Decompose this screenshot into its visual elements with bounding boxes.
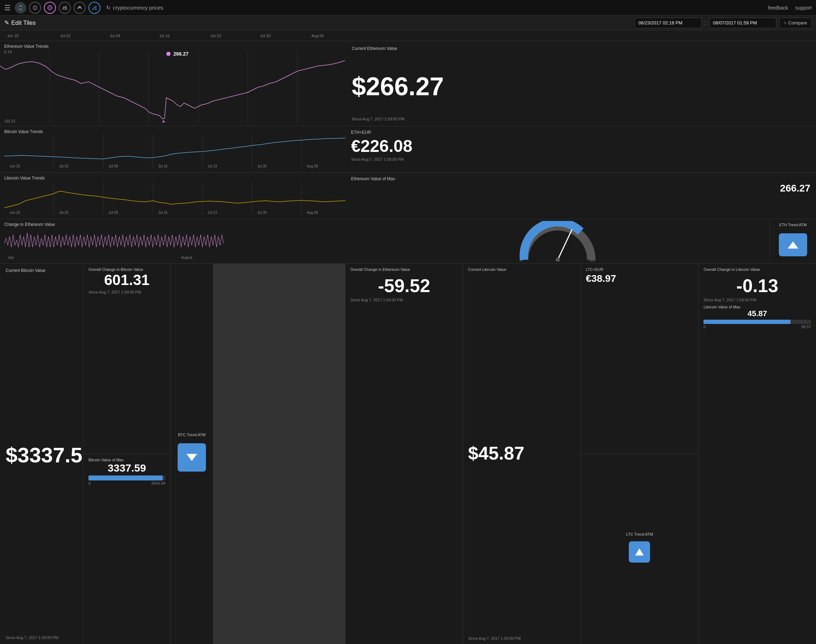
- eth-eur-title: ETH+EUR: [351, 130, 810, 135]
- ltc-bar-max: 56.57: [801, 325, 811, 329]
- btc-value-of-max-title: Bitcoin Value of Max: [89, 458, 165, 462]
- eth-value-of-max-tile: Ethereum Value of Max 266.27: [345, 173, 816, 219]
- svg-text:407: 407: [589, 259, 596, 262]
- current-eth-title: Current Ethereum Value: [352, 46, 810, 51]
- ltc-eur-title: LTC+EUR: [586, 267, 694, 271]
- time-axis: Jun 25 Jul 02 Jul 09 Jul 16 Jul 23 Jul 3…: [0, 31, 816, 41]
- ltc-trends-tile: Litecoin Value Trends Jun 25 Jul 02 Jul …: [0, 173, 354, 219]
- svg-text:Jun 25: Jun 25: [9, 164, 20, 168]
- pencil-icon: ✎: [4, 19, 9, 26]
- svg-text:July: July: [8, 256, 14, 259]
- nav-icon-3[interactable]: [59, 2, 71, 14]
- eth-trends-tile: Ethereum Value Trends 0.14 266.27: [0, 41, 354, 126]
- current-ltc-title: Current Litecoin Value: [468, 267, 576, 271]
- time-label-aug06: Aug 06: [311, 34, 324, 38]
- svg-point-6: [95, 9, 96, 10]
- svg-text:Jul 30: Jul 30: [257, 211, 267, 215]
- btc-trend-atm-title: BTC Trend ATM: [178, 432, 205, 437]
- ltc-progress-labels: 0 56.57: [703, 325, 811, 329]
- time-label-jul30: Jul 30: [260, 34, 270, 38]
- nav-title: cryptocurrency prices: [113, 5, 164, 11]
- btc-bar-min: 0: [89, 481, 90, 485]
- svg-marker-49: [187, 454, 197, 461]
- svg-point-4: [94, 7, 95, 9]
- nav-icon-2[interactable]: [44, 2, 56, 14]
- btc-value-of-max-tile: Bitcoin Value of Max 3337.59 0 3424.94: [84, 454, 170, 644]
- ltc-trends-title: Litecoin Value Trends: [4, 176, 349, 181]
- svg-text:Jul 02: Jul 02: [59, 211, 69, 215]
- svg-point-0: [20, 7, 21, 9]
- edit-tiles-button[interactable]: ✎ Edit Tiles: [4, 19, 36, 26]
- nav-icon-4[interactable]: [73, 2, 86, 14]
- btc-trends-title: Bitcoin Value Trends: [4, 129, 349, 134]
- ltc-trend-atm-tile: LTC Trend ATM: [581, 454, 698, 644]
- btc-value-of-max-value: 3337.59: [89, 462, 165, 474]
- svg-point-5: [95, 6, 96, 8]
- ltc-trend-button[interactable]: [629, 541, 650, 563]
- ltc-bar-min: 0: [703, 325, 706, 329]
- svg-text:Jul 09: Jul 09: [109, 164, 118, 168]
- svg-point-51: [556, 258, 560, 262]
- ltc-progress-fill: [703, 320, 790, 324]
- btc-bar-max: 3424.94: [151, 481, 165, 485]
- change-eth-svg: July August: [4, 228, 224, 259]
- compare-label: Compare: [788, 20, 807, 26]
- nav-icon-5[interactable]: [89, 2, 101, 14]
- svg-text:Jun 25: Jun 25: [9, 211, 20, 215]
- btc-trend-button[interactable]: [178, 443, 206, 472]
- date-from-input[interactable]: [634, 18, 702, 28]
- feedback-link[interactable]: feedback: [768, 5, 788, 11]
- time-label-jun25: Jun 25: [7, 34, 19, 38]
- svg-text:Jul 23: Jul 23: [208, 211, 217, 215]
- svg-text:Jul 02: Jul 02: [59, 164, 69, 168]
- current-ltc-since: Since Aug 7, 2017 1:59:00 PM: [468, 636, 576, 641]
- compare-circle-icon: ○: [784, 20, 787, 26]
- svg-point-3: [92, 9, 94, 10]
- eth-gauge-svg: 0 407: [517, 221, 599, 262]
- overall-change-ltc-title: Overall Change in Litecoin Value: [703, 267, 811, 271]
- time-label-jul16: Jul 16: [159, 34, 170, 38]
- eth-eur-tile: ETH+EUR €226.08 Since Aug 7, 2017 1:59:0…: [345, 126, 816, 172]
- support-link[interactable]: support: [795, 5, 812, 11]
- ltc-value-of-max-value: 45.87: [703, 309, 811, 318]
- current-btc-tile: Current Bitcoin Value $3337.59 Since Aug…: [0, 264, 83, 644]
- compare-button[interactable]: ○ Compare: [779, 18, 812, 28]
- btc-trend-atm-tile: BTC Trend ATM: [171, 264, 213, 644]
- overall-change-eth-value: -59.52: [350, 275, 458, 296]
- svg-text:Jul 16: Jul 16: [158, 211, 168, 215]
- ltc-trend-atm-title: LTC Trend ATM: [626, 532, 653, 537]
- svg-text:Aug 06: Aug 06: [307, 211, 318, 215]
- btc-progress-bar: [89, 475, 165, 480]
- eth-trend-button[interactable]: [779, 233, 807, 256]
- overall-change-btc-tile: Overall Change in Bitcoin Value 601.31 S…: [84, 264, 170, 454]
- current-btc-value: $3337.59: [6, 444, 78, 467]
- eth-eur-since: Since Aug 7, 2017 1:59:00 PM: [351, 157, 810, 161]
- eth-min-label: 133.23: [4, 119, 15, 123]
- nav-icons: [29, 2, 101, 14]
- change-eth-tile: Change in Ethereum Value July August: [0, 219, 354, 264]
- overall-change-btc-title: Overall Change in Bitcoin Value: [89, 267, 165, 271]
- svg-text:Jul 09: Jul 09: [109, 211, 118, 215]
- overall-change-ltc-since: Since Aug 7, 2017 1:59:00 PM: [703, 298, 811, 302]
- eth-trend-atm-title: ETH Trend ATM: [779, 223, 807, 227]
- nav-right: feedback support: [768, 5, 812, 11]
- eth-trends-title: Ethereum Value Trends: [4, 44, 49, 49]
- svg-text:August: August: [181, 256, 192, 259]
- svg-line-50: [558, 230, 572, 260]
- overall-change-ltc-tile: Overall Change in Litecoin Value -0.13 S…: [698, 264, 816, 644]
- ltc-eur-value: €38.97: [586, 273, 694, 284]
- date-separator: :: [704, 20, 706, 26]
- hamburger-icon[interactable]: ☰: [4, 3, 11, 12]
- eth-chart-svg: Jun 25 Jul 02 Jul 09 Jul 16 Jul 23 Jul 3…: [0, 52, 345, 123]
- top-nav: ☰ ↻ cryptocurrency prices feedback suppo…: [0, 0, 816, 15]
- ltc-eur-tile: LTC+EUR €38.97: [581, 264, 698, 454]
- current-btc-title: Current Bitcoin Value: [6, 268, 78, 273]
- svg-text:Jul 16: Jul 16: [158, 164, 168, 168]
- date-to-input[interactable]: [709, 18, 776, 28]
- current-eth-value: $266.27: [352, 72, 810, 101]
- svg-text:Jul 30: Jul 30: [257, 164, 267, 168]
- svg-text:Jul 23: Jul 23: [208, 164, 217, 168]
- svg-marker-55: [635, 548, 644, 555]
- overall-change-ltc-value: -0.13: [703, 275, 811, 296]
- nav-icon-1[interactable]: [29, 2, 41, 14]
